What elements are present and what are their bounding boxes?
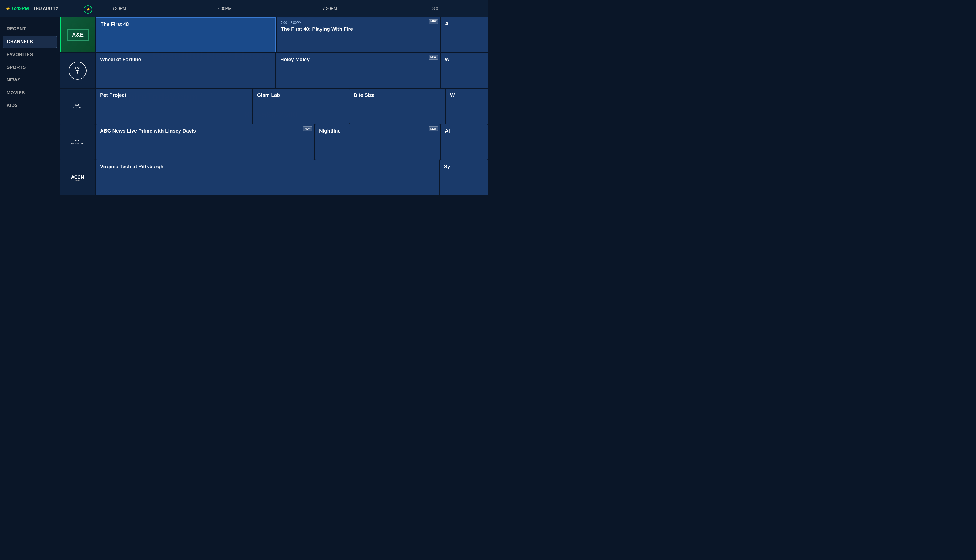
- time-slot-0: 6:30PM: [66, 7, 172, 11]
- main-layout: RECENT CHANNELS FAVORITES SPORTS NEWS MO…: [0, 17, 488, 280]
- program-title: Holey Moley: [280, 57, 436, 63]
- program-cell-abcnewslive-next[interactable]: Al: [440, 124, 488, 160]
- program-title: Nightline: [319, 128, 436, 134]
- channel-logo-abc7[interactable]: abc 7: [60, 53, 95, 88]
- program-cell-wheel-of-fortune[interactable]: Wheel of Fortune: [96, 53, 275, 88]
- aae-logo: A&E: [67, 29, 88, 41]
- channel-logo-accn[interactable]: ACCN ESPN: [60, 160, 95, 195]
- program-cell-nightline[interactable]: NEW Nightline: [315, 124, 440, 160]
- program-cell-accn-next[interactable]: Sy: [440, 160, 488, 195]
- channel-row-aae: A&E The First 48 NEW 7:00 – 8:00PM The F…: [60, 17, 488, 52]
- time-indicator-marker: [83, 5, 92, 14]
- channel-logo-abcnewslive[interactable]: abcNEWSLIVE: [60, 124, 95, 160]
- accn-programs: Virginia Tech at Pittsburgh Sy: [96, 160, 488, 195]
- current-time: 6:49PM: [12, 6, 29, 12]
- program-title: The First 48: [100, 22, 271, 28]
- header: ⚡ 6:49PM THU AUG 12 6:30PM 7:00PM 7:30PM…: [0, 0, 488, 17]
- current-time-display: ⚡ 6:49PM THU AUG 12: [5, 6, 63, 12]
- sidebar-item-news[interactable]: NEWS: [0, 74, 60, 87]
- channels-container: A&E The First 48 NEW 7:00 – 8:00PM The F…: [60, 17, 488, 195]
- abc7-logo: abc 7: [68, 62, 87, 80]
- program-cell-the-first-48[interactable]: The First 48: [96, 17, 276, 52]
- channel-logo-aae[interactable]: A&E: [60, 17, 95, 52]
- program-title: Al: [445, 128, 484, 134]
- sidebar: RECENT CHANNELS FAVORITES SPORTS NEWS MO…: [0, 17, 60, 280]
- channel-row-abc7: abc 7 Wheel of Fortune NEW Holey Moley W: [60, 53, 488, 88]
- abc7-programs: Wheel of Fortune NEW Holey Moley W: [96, 53, 488, 88]
- sidebar-item-sports[interactable]: SPORTS: [0, 61, 60, 74]
- time-indicator-line: [147, 17, 147, 280]
- time-slot-1: 7:00PM: [172, 7, 277, 11]
- sidebar-item-favorites[interactable]: FAVORITES: [0, 48, 60, 61]
- accn-logo: ACCN ESPN: [71, 173, 84, 182]
- program-title: Glam Lab: [257, 92, 345, 98]
- program-title: A: [445, 21, 484, 27]
- program-title: The First 48: Playing With Fire: [281, 26, 436, 32]
- abcnewslive-logo: abcNEWSLIVE: [71, 139, 83, 145]
- current-date: THU AUG 12: [33, 7, 58, 11]
- new-badge: NEW: [303, 127, 312, 131]
- program-title: W: [445, 57, 484, 63]
- new-badge: NEW: [429, 127, 438, 131]
- time-slots-header: 6:30PM 7:00PM 7:30PM 8:0: [66, 7, 488, 11]
- program-cell-aae-next[interactable]: A: [440, 17, 488, 52]
- abcnewslive-programs: NEW ABC News Live Prime with Linsey Davi…: [96, 124, 488, 160]
- program-title: Wheel of Fortune: [100, 57, 271, 63]
- guide-grid: Makes Beautiful New Floors EmpireToday.c…: [60, 17, 488, 280]
- channel-row-abcnewslive: abcNEWSLIVE NEW ABC News Live Prime with…: [60, 124, 488, 160]
- lightning-icon: ⚡: [5, 6, 11, 11]
- program-title: ABC News Live Prime with Linsey Davis: [100, 128, 310, 134]
- program-cell-first48-fire[interactable]: NEW 7:00 – 8:00PM The First 48: Playing …: [277, 17, 440, 52]
- program-title: Pet Project: [100, 92, 248, 98]
- sidebar-item-kids[interactable]: KIDS: [0, 99, 60, 112]
- program-cell-glam-lab[interactable]: Glam Lab: [253, 88, 349, 124]
- program-cell-bite-size[interactable]: Bite Size: [349, 88, 445, 124]
- channel-row-abclocal: abcLOCAL Pet Project Glam Lab Bite Size …: [60, 88, 488, 124]
- channel-logo-abclocal[interactable]: abcLOCAL: [60, 88, 95, 124]
- program-title: Bite Size: [354, 92, 441, 98]
- sidebar-item-channels[interactable]: CHANNELS: [3, 36, 57, 48]
- sidebar-item-movies[interactable]: MOVIES: [0, 87, 60, 99]
- program-cell-pet-project[interactable]: Pet Project: [96, 88, 252, 124]
- program-title: Virginia Tech at Pittsburgh: [100, 164, 435, 170]
- time-slot-2: 7:30PM: [277, 7, 383, 11]
- time-slot-3: 8:0: [383, 7, 488, 11]
- aae-programs: The First 48 NEW 7:00 – 8:00PM The First…: [96, 17, 488, 52]
- channel-row-accn: ACCN ESPN Virginia Tech at Pittsburgh Sy: [60, 160, 488, 195]
- program-cell-abc-news-live-prime[interactable]: NEW ABC News Live Prime with Linsey Davi…: [96, 124, 314, 160]
- program-cell-abc7-next[interactable]: W: [440, 53, 488, 88]
- program-cell-abclocal-next[interactable]: W: [446, 88, 488, 124]
- program-title: W: [450, 92, 484, 98]
- program-cell-holey-moley[interactable]: NEW Holey Moley: [276, 53, 440, 88]
- abclocal-logo: abcLOCAL: [67, 102, 88, 111]
- new-badge: NEW: [429, 55, 438, 60]
- sidebar-item-recent[interactable]: RECENT: [0, 22, 60, 35]
- program-time: 7:00 – 8:00PM: [281, 21, 436, 25]
- program-title: Sy: [444, 164, 484, 170]
- abclocal-programs: Pet Project Glam Lab Bite Size W: [96, 88, 488, 124]
- new-badge: NEW: [429, 19, 438, 24]
